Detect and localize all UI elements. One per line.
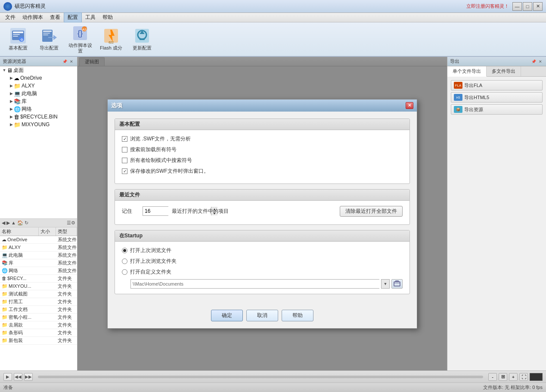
list-item[interactable]: 📚库 系统文件: [0, 259, 77, 267]
radio-open-custom-folder[interactable]: [122, 269, 127, 275]
menu-tools[interactable]: 工具: [82, 13, 99, 22]
checkbox-browse-swf[interactable]: [122, 136, 127, 142]
toolbar-export-config-label: 导出配置: [40, 45, 59, 51]
export-fla-button[interactable]: FLA 导出FLA: [451, 80, 543, 90]
panel-pin-icon[interactable]: 📌: [530, 59, 537, 65]
nav-up-icon[interactable]: ▲: [11, 220, 16, 225]
nav-forward-icon[interactable]: ▶: [6, 220, 10, 226]
nav-refresh-icon[interactable]: ↻: [25, 220, 28, 226]
file-tree[interactable]: ▼ 🖥 桌面 ▶ ☁ OneDrive ▶ 📁 ALXY ▶ 💻 此电脑 ▶: [0, 66, 77, 219]
tree-item-onedrive[interactable]: ▶ ☁ OneDrive: [0, 74, 77, 82]
expand-icon[interactable]: ▼: [2, 68, 7, 73]
panel-pin-icon[interactable]: 📌: [62, 59, 68, 65]
filter-icon[interactable]: ⚙: [71, 220, 75, 226]
list-item[interactable]: 📁工作文档 文件夹: [0, 306, 77, 314]
menu-view[interactable]: 查看: [47, 13, 64, 22]
list-item[interactable]: 📁测试截图 文件夹: [0, 290, 77, 298]
list-item[interactable]: 📁新包装 文件夹: [0, 337, 77, 345]
toolbar-basic-config-label: 基本配置: [9, 45, 28, 51]
tree-item-desktop[interactable]: ▼ 🖥 桌面: [0, 66, 77, 74]
checkbox-preload-symbols[interactable]: [122, 147, 127, 152]
col-size: 大小: [39, 227, 56, 236]
nav-home-icon[interactable]: 🏠: [17, 220, 23, 226]
path-dropdown-button[interactable]: ▼: [381, 279, 390, 289]
transport-slider[interactable]: [38, 376, 483, 378]
tree-item-mixyoung[interactable]: ▶ 📁 MIXYOUNG: [0, 121, 77, 128]
expand-icon[interactable]: ▶: [9, 83, 14, 88]
cancel-button[interactable]: 取消: [246, 310, 278, 321]
export-tabs: 单个文件导出 多文件导出: [447, 66, 546, 77]
expand-icon[interactable]: ▶: [9, 122, 14, 127]
radio-open-last-folder[interactable]: [122, 258, 127, 264]
zoom-out-button[interactable]: -: [488, 373, 497, 381]
tree-item-mycomputer[interactable]: ▶ 💻 此电脑: [0, 90, 77, 97]
expand-icon[interactable]: ▶: [9, 75, 14, 81]
path-browse-button[interactable]: [391, 279, 403, 289]
clear-recent-button[interactable]: 清除最近打开全部文件: [340, 206, 403, 217]
nav-back-icon[interactable]: ◀: [2, 220, 5, 226]
zoom-in-button[interactable]: +: [509, 373, 518, 381]
toolbar-script-settings[interactable]: {} AS 动作脚本设置: [65, 24, 95, 54]
toolbar-export-config[interactable]: 导出配置: [34, 24, 64, 54]
export-assets-button[interactable]: 📦 导出资源: [451, 104, 543, 115]
close-button[interactable]: ✕: [533, 2, 543, 11]
expand-icon[interactable]: ▶: [9, 99, 14, 104]
menu-help[interactable]: 帮助: [99, 13, 116, 22]
ok-button[interactable]: 确定: [211, 310, 243, 321]
list-item[interactable]: 📁条形码 文件夹: [0, 329, 77, 337]
menu-config[interactable]: 配置: [64, 12, 82, 22]
modal-close-button[interactable]: ✕: [406, 102, 413, 109]
expand-icon[interactable]: ▶: [9, 91, 14, 96]
radio-label-1: 打开上次浏览文件: [130, 247, 171, 254]
expand-icon[interactable]: ▶: [9, 114, 14, 119]
path-input[interactable]: [130, 279, 379, 289]
help-button[interactable]: 帮助: [282, 310, 313, 321]
basic-config-section: 基本配置 浏览 .SWF文件，无需分析 搜索前加载所有符号: [115, 118, 410, 184]
tree-item-library[interactable]: ▶ 📚 库: [0, 97, 77, 105]
tree-item-network[interactable]: ▶ 🌐 网络: [0, 105, 77, 113]
spinbox-recent[interactable]: ▲ ▼: [143, 206, 168, 216]
list-item[interactable]: 💻此电脑 系统文件: [0, 252, 77, 259]
svg-text:⚙: ⚙: [20, 38, 23, 42]
checkbox-label-2: 搜索前加载所有符号: [130, 146, 177, 153]
list-item[interactable]: 📁MIXYOU... 文件夹: [0, 283, 77, 290]
maximize-button[interactable]: □: [523, 2, 532, 11]
list-item[interactable]: 🗑$RECY... 文件夹: [0, 275, 77, 283]
checkbox-owner-draw[interactable]: [122, 158, 127, 163]
radio-open-last-file[interactable]: [122, 248, 127, 253]
tab-single-export[interactable]: 单个文件导出: [447, 66, 487, 77]
svg-rect-23: [140, 38, 145, 40]
registration-link[interactable]: 立即注册闪客精灵！: [466, 3, 509, 9]
tree-item-alxy[interactable]: ▶ 📁 ALXY: [0, 82, 77, 90]
checkbox-popup-save[interactable]: [122, 168, 127, 174]
list-item[interactable]: ☁OneDrive 系统文件: [0, 236, 77, 244]
list-item[interactable]: 📁密氧小程... 文件夹: [0, 314, 77, 321]
transport-next-button[interactable]: ▶▶: [24, 373, 33, 381]
svg-rect-8: [43, 31, 52, 32]
toolbar-update-config[interactable]: 更新配置: [127, 24, 157, 54]
transport-prev-button[interactable]: ◀◀: [14, 373, 22, 381]
zoom-fullscreen-button[interactable]: ⛶: [519, 373, 528, 381]
list-item[interactable]: 📁ALXY 系统文件: [0, 244, 77, 252]
toolbar-script-settings-label: 动作脚本设置: [68, 43, 93, 54]
view-color-swatch[interactable]: [530, 373, 543, 381]
panel-close-icon[interactable]: ✕: [68, 59, 74, 65]
minimize-button[interactable]: —: [512, 2, 522, 11]
transport-play-button[interactable]: ▶: [3, 373, 12, 381]
tab-multi-export[interactable]: 多文件导出: [487, 66, 521, 76]
zoom-fit-button[interactable]: ⊞: [499, 373, 507, 381]
expand-icon[interactable]: ▶: [9, 106, 14, 112]
panel-close-icon[interactable]: ✕: [537, 59, 543, 65]
menu-file[interactable]: 文件: [2, 13, 19, 22]
tree-item-recycle[interactable]: ▶ 🗑 $RECYCLE.BIN: [0, 113, 77, 121]
list-item[interactable]: 📁去屑款 文件夹: [0, 321, 77, 329]
list-item[interactable]: 📁打黑工 文件夹: [0, 298, 77, 306]
export-html5-button[interactable]: H5 导出HTML5: [451, 92, 543, 103]
toolbar-basic-config[interactable]: ⚙ 基本配置: [3, 24, 33, 54]
list-item[interactable]: 🌐网络 系统文件: [0, 267, 77, 275]
toolbar-flash-components[interactable]: 622 Flash 成分: [96, 24, 126, 54]
view-options-icon[interactable]: ☰: [67, 220, 71, 226]
recent-header: 最近文件: [115, 190, 410, 201]
menu-script[interactable]: 动作脚本: [19, 13, 47, 22]
title-bar: 硕思闪客精灵 立即注册闪客精灵！ — □ ✕: [0, 0, 546, 13]
